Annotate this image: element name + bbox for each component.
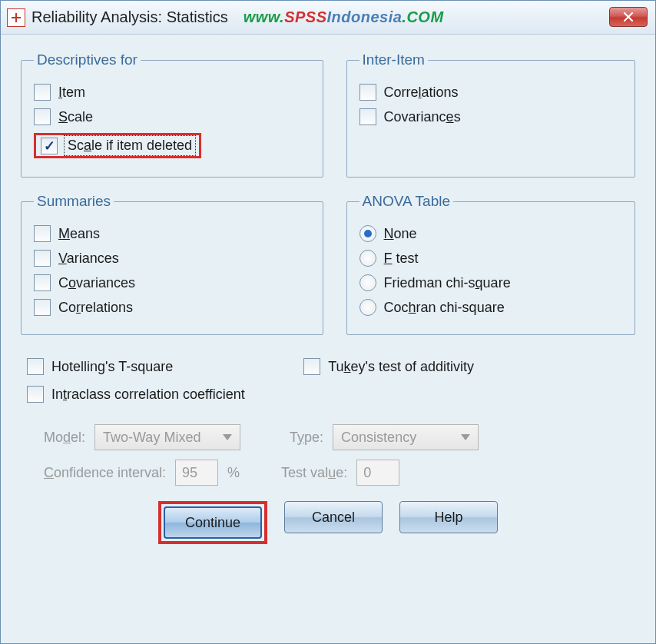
- confidence-interval-label: Confidence interval:: [44, 465, 166, 481]
- group-inter-item: Inter-Item Correlations Covariances: [346, 51, 635, 178]
- checkbox-item[interactable]: Item: [34, 84, 310, 101]
- group-descriptives: Descriptives for Item Scale Scale if ite…: [21, 51, 323, 178]
- chevron-down-icon: [223, 434, 232, 440]
- checkbox-scale-if-deleted-wrap: Scale if item deleted: [34, 133, 310, 158]
- group-summaries: Summaries Means Variances Covariances Co…: [21, 193, 323, 335]
- model-label: Model:: [44, 430, 85, 446]
- watermark-spss: SPSS: [284, 8, 326, 25]
- test-value-field: 0: [356, 460, 399, 486]
- radio-icon: [359, 274, 376, 291]
- model-dropdown: Two-Way Mixed: [94, 424, 240, 450]
- checkbox-sum-covariances-label: Covariances: [58, 275, 135, 291]
- checkbox-icon: [34, 299, 51, 316]
- checkbox-tukey-label: Tukey's test of additivity: [328, 359, 474, 375]
- checkbox-variances[interactable]: Variances: [34, 250, 310, 267]
- group-summaries-legend: Summaries: [34, 193, 114, 210]
- radio-icon: [359, 250, 376, 267]
- window-title: Reliability Analysis: Statistics: [31, 8, 228, 26]
- button-row: Continue Cancel Help: [21, 501, 635, 544]
- checkbox-sum-covariances[interactable]: Covariances: [34, 274, 310, 291]
- close-icon: [623, 12, 634, 22]
- highlight-continue: Continue: [158, 501, 267, 544]
- type-label: Type:: [290, 430, 323, 446]
- watermark-indo: Indonesia: [327, 8, 403, 25]
- app-icon: [7, 8, 25, 27]
- radio-none-label: None: [384, 226, 417, 242]
- chevron-down-icon: [461, 434, 470, 440]
- radio-cochran[interactable]: Cochran chi-square: [359, 299, 622, 316]
- continue-button[interactable]: Continue: [164, 506, 262, 539]
- dialog-content: Descriptives for Item Scale Scale if ite…: [1, 35, 655, 552]
- intraclass-subpanel: Model: Two-Way Mixed Type: Consistency C…: [21, 410, 635, 486]
- checkbox-ii-covariances-label: Covariances: [384, 109, 461, 125]
- watermark: www.SPSSIndonesia.COM: [244, 8, 444, 26]
- highlight-scale-if-deleted: Scale if item deleted: [34, 133, 201, 158]
- model-dropdown-value: Two-Way Mixed: [103, 430, 200, 446]
- checkbox-means-label: Means: [58, 226, 100, 242]
- checkbox-variances-label: Variances: [58, 251, 119, 267]
- checkbox-sum-correlations[interactable]: Correlations: [34, 299, 310, 316]
- checkbox-hotelling[interactable]: Hotelling's T-square: [27, 358, 173, 375]
- checkbox-ii-correlations[interactable]: Correlations: [359, 84, 622, 101]
- checkbox-icon: [34, 274, 51, 291]
- checkbox-icon: [27, 386, 44, 403]
- confidence-interval-field: 95: [175, 460, 218, 486]
- checkbox-tukey[interactable]: Tukey's test of additivity: [303, 358, 474, 375]
- cancel-button[interactable]: Cancel: [284, 501, 383, 533]
- test-value-label: Test value:: [281, 465, 347, 481]
- checkbox-sum-correlations-label: Correlations: [58, 300, 133, 316]
- radio-f-test-label: F test: [384, 251, 419, 267]
- type-dropdown: Consistency: [333, 424, 479, 450]
- help-button[interactable]: Help: [399, 501, 498, 533]
- radio-icon: [359, 299, 376, 316]
- checkbox-scale[interactable]: Scale: [34, 108, 310, 125]
- checkbox-scale-label: Scale: [58, 109, 93, 125]
- checkbox-icon: [34, 250, 51, 267]
- group-anova: ANOVA Table None F test Friedman chi-squ…: [346, 193, 635, 335]
- checkbox-icon: [34, 108, 51, 125]
- dialog-window: Reliability Analysis: Statistics www.SPS…: [0, 0, 656, 644]
- group-inter-item-legend: Inter-Item: [359, 51, 428, 68]
- checkbox-intraclass-label: Intraclass correlation coefficient: [51, 387, 245, 403]
- checkbox-scale-if-deleted[interactable]: [41, 138, 58, 154]
- checkbox-scale-if-deleted-label: Scale if item deleted: [65, 137, 194, 154]
- percent-label: %: [227, 465, 240, 481]
- radio-icon: [359, 225, 376, 242]
- checkbox-ii-covariances[interactable]: Covariances: [359, 108, 622, 125]
- checkbox-icon: [34, 225, 51, 242]
- radio-friedman[interactable]: Friedman chi-square: [359, 274, 622, 291]
- checkbox-icon: [303, 358, 320, 375]
- radio-cochran-label: Cochran chi-square: [384, 300, 505, 316]
- checkbox-intraclass[interactable]: Intraclass correlation coefficient: [27, 386, 635, 403]
- group-descriptives-legend: Descriptives for: [34, 51, 141, 68]
- checkbox-icon: [34, 84, 51, 101]
- close-button[interactable]: [609, 7, 648, 27]
- checkbox-ii-correlations-label: Correlations: [384, 85, 459, 101]
- checkbox-icon: [27, 358, 44, 375]
- titlebar: Reliability Analysis: Statistics www.SPS…: [1, 1, 655, 35]
- checkbox-item-label: Item: [58, 85, 85, 101]
- watermark-www: www.: [244, 8, 284, 25]
- checkbox-hotelling-label: Hotelling's T-square: [51, 359, 173, 375]
- radio-friedman-label: Friedman chi-square: [384, 275, 511, 291]
- watermark-com: .COM: [402, 8, 443, 25]
- radio-none[interactable]: None: [359, 225, 622, 242]
- checkbox-icon: [359, 84, 376, 101]
- type-dropdown-value: Consistency: [341, 430, 416, 446]
- checkbox-means[interactable]: Means: [34, 225, 310, 242]
- checkbox-icon: [359, 108, 376, 125]
- group-anova-legend: ANOVA Table: [359, 193, 453, 210]
- radio-f-test[interactable]: F test: [359, 250, 622, 267]
